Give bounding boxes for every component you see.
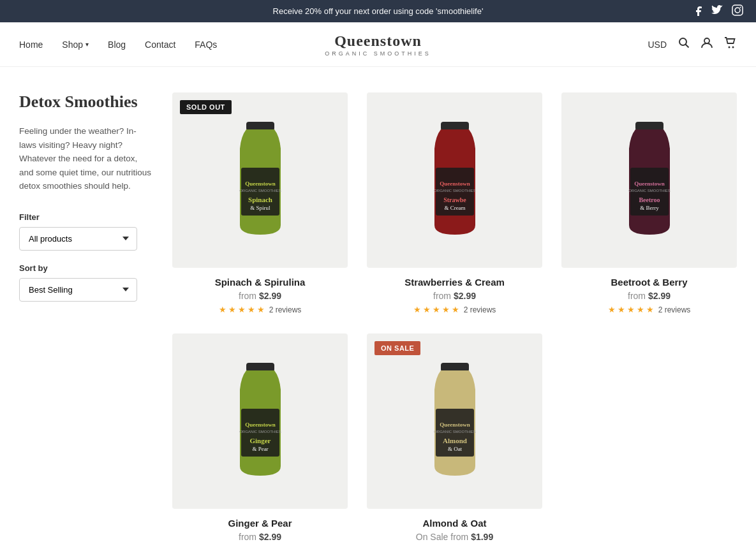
sort-label: Sort by xyxy=(19,263,153,273)
nav-contact[interactable]: Contact xyxy=(145,40,175,50)
chevron-down-icon: ▾ xyxy=(85,41,89,48)
nav-blog[interactable]: Blog xyxy=(108,40,126,50)
svg-point-6 xyxy=(729,47,730,48)
product-image-strawberries: Queenstown ORGANIC SMOOTHIES Strawbe & C… xyxy=(367,92,542,268)
svg-text:Queenstown: Queenstown xyxy=(245,421,276,428)
svg-text:Strawbe: Strawbe xyxy=(443,196,466,203)
svg-text:ORGANIC SMOOTHIES: ORGANIC SMOOTHIES xyxy=(628,189,671,193)
svg-text:& Spirul: & Spirul xyxy=(250,205,271,211)
svg-rect-32 xyxy=(441,363,469,372)
bottle-strawberries: Queenstown ORGANIC SMOOTHIES Strawbe & C… xyxy=(417,117,493,244)
product-price-ginger: from $2.99 xyxy=(172,532,348,542)
svg-text:Beetroo: Beetroo xyxy=(639,196,660,203)
product-name-beetroot: Beetroot & Berry xyxy=(561,277,737,288)
svg-text:& Oat: & Oat xyxy=(447,446,462,452)
sort-select[interactable]: Best Selling Price: Low to High Price: H… xyxy=(19,278,137,302)
svg-line-4 xyxy=(686,45,689,48)
product-image-spinach: SOLD OUT Queenstown xyxy=(172,92,348,268)
svg-text:ORGANIC SMOOTHIES: ORGANIC SMOOTHIES xyxy=(239,430,281,434)
product-card-beetroot[interactable]: Queenstown ORGANIC SMOOTHIES Beetroo & B… xyxy=(561,92,737,314)
svg-point-2 xyxy=(740,6,741,8)
svg-text:& Cream: & Cream xyxy=(444,205,465,211)
svg-point-1 xyxy=(735,8,740,13)
bottle-spinach: Queenstown ORGANIC SMOOTHIES Spinach & S… xyxy=(222,117,299,244)
product-image-ginger: Queenstown ORGANIC SMOOTHIES Ginger & Pe… xyxy=(172,333,348,509)
product-image-beetroot: Queenstown ORGANIC SMOOTHIES Beetroo & B… xyxy=(561,92,737,268)
product-name-strawberries: Strawberries & Cream xyxy=(367,277,542,288)
twitter-icon[interactable] xyxy=(711,5,723,17)
product-card-almond[interactable]: ON SALE Queenstown ORGANIC SMOOTHIES Alm… xyxy=(367,333,542,546)
brand-name: Queenstown xyxy=(325,32,431,50)
svg-text:ORGANIC SMOOTHIES: ORGANIC SMOOTHIES xyxy=(434,189,476,193)
products-area: SOLD OUT Queenstown xyxy=(172,92,737,546)
product-card-strawberries[interactable]: Queenstown ORGANIC SMOOTHIES Strawbe & C… xyxy=(367,92,542,314)
sidebar: Detox Smoothies Feeling under the weathe… xyxy=(19,92,172,546)
facebook-icon[interactable] xyxy=(696,4,702,18)
svg-rect-14 xyxy=(441,122,469,131)
svg-rect-20 xyxy=(635,122,663,131)
nav-home[interactable]: Home xyxy=(19,40,43,50)
product-name-spinach: Spinach & Spirulina xyxy=(172,277,348,288)
svg-text:Ginger: Ginger xyxy=(249,437,271,444)
product-card-spinach[interactable]: SOLD OUT Queenstown xyxy=(172,92,348,314)
product-stars-beetroot: ★★★★★ 2 reviews xyxy=(561,305,737,314)
svg-text:Queenstown: Queenstown xyxy=(440,180,470,187)
social-links xyxy=(696,4,743,18)
product-stars-spinach: ★★★★★ 2 reviews xyxy=(172,305,348,314)
products-top-row: SOLD OUT Queenstown xyxy=(172,92,737,314)
sold-out-badge: SOLD OUT xyxy=(180,100,232,114)
top-banner: Receive 20% off your next order using co… xyxy=(0,0,756,22)
nav-faqs[interactable]: FAQs xyxy=(195,40,217,50)
product-name-almond: Almond & Oat xyxy=(367,518,542,529)
brand-sub: ORGANIC SMOOTHIES xyxy=(325,50,431,57)
cart-icon[interactable] xyxy=(724,37,737,52)
product-name-ginger: Ginger & Pear xyxy=(172,518,348,529)
filter-label: Filter xyxy=(19,212,153,222)
instagram-icon[interactable] xyxy=(732,4,743,18)
svg-text:Spinach: Spinach xyxy=(248,196,272,203)
bottle-ginger: Queenstown ORGANIC SMOOTHIES Ginger & Pe… xyxy=(222,358,299,485)
bottle-almond: Queenstown ORGANIC SMOOTHIES Almond & Oa… xyxy=(417,358,493,485)
nav-shop[interactable]: Shop ▾ xyxy=(62,40,89,50)
on-sale-badge: ON SALE xyxy=(374,341,420,355)
products-bottom-row: Queenstown ORGANIC SMOOTHIES Ginger & Pe… xyxy=(172,333,737,546)
product-card-ginger[interactable]: Queenstown ORGANIC SMOOTHIES Ginger & Pe… xyxy=(172,333,348,546)
sidebar-description: Feeling under the weather? In-laws visit… xyxy=(19,124,153,193)
svg-text:Queenstown: Queenstown xyxy=(245,180,276,187)
account-icon[interactable] xyxy=(701,37,713,52)
navigation: Home Shop ▾ Blog Contact FAQs Queenstown… xyxy=(0,22,756,67)
site-logo: Queenstown ORGANIC SMOOTHIES xyxy=(325,32,431,57)
page-title: Detox Smoothies xyxy=(19,92,153,112)
svg-point-7 xyxy=(732,47,734,48)
product-price-spinach: from $2.99 xyxy=(172,291,348,301)
bottle-beetroot: Queenstown ORGANIC SMOOTHIES Beetroo & B… xyxy=(611,117,688,244)
filter-select[interactable]: All products Detox Fruit Green xyxy=(19,227,137,251)
svg-text:Queenstown: Queenstown xyxy=(634,180,665,187)
main-content: Detox Smoothies Feeling under the weathe… xyxy=(0,67,756,549)
product-stars-strawberries: ★★★★★ 2 reviews xyxy=(367,305,542,314)
svg-point-3 xyxy=(679,38,686,45)
svg-rect-26 xyxy=(246,363,274,372)
nav-right: USD xyxy=(648,37,737,52)
product-price-strawberries: from $2.99 xyxy=(367,291,542,301)
product-price-beetroot: from $2.99 xyxy=(561,291,737,301)
product-price-almond: On Sale from $1.99 xyxy=(367,532,542,542)
nav-links: Home Shop ▾ Blog Contact FAQs xyxy=(19,40,217,50)
svg-text:ORGANIC SMOOTHIES: ORGANIC SMOOTHIES xyxy=(434,430,476,434)
svg-text:Almond: Almond xyxy=(443,437,467,444)
svg-text:& Berry: & Berry xyxy=(640,205,659,211)
search-icon[interactable] xyxy=(678,37,690,52)
svg-text:Queenstown: Queenstown xyxy=(440,421,470,428)
product-image-almond: ON SALE Queenstown ORGANIC SMOOTHIES Alm… xyxy=(367,333,542,509)
currency-selector[interactable]: USD xyxy=(648,40,667,50)
banner-text: Receive 20% off your next order using co… xyxy=(273,6,484,16)
svg-text:& Pear: & Pear xyxy=(252,446,268,452)
svg-text:ORGANIC SMOOTHIES: ORGANIC SMOOTHIES xyxy=(239,189,281,193)
svg-rect-0 xyxy=(732,5,743,15)
svg-point-5 xyxy=(704,38,709,43)
svg-rect-8 xyxy=(246,122,274,131)
